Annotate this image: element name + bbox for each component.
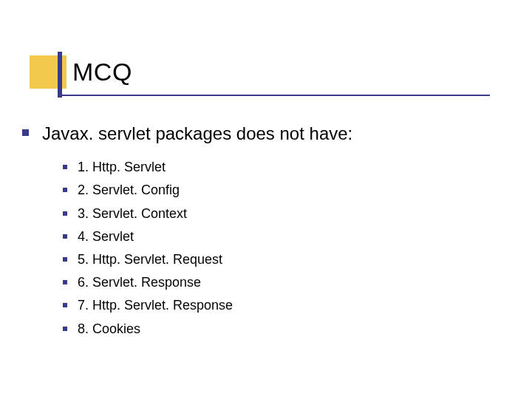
bullet-icon <box>63 257 67 262</box>
bullet-icon <box>63 327 67 331</box>
slide-header: MCQ <box>0 0 532 96</box>
slide-content: Javax. servlet packages does not have: 1… <box>22 122 352 343</box>
option-text: 7. Http. Servlet. Response <box>78 296 233 315</box>
option-text: 3. Servlet. Context <box>78 205 187 223</box>
list-item: 7. Http. Servlet. Response <box>63 296 352 315</box>
list-item: 2. Servlet. Config <box>63 181 352 200</box>
option-text: 6. Servlet. Response <box>78 273 201 292</box>
list-item: 4. Servlet <box>63 228 352 246</box>
bullet-icon <box>63 234 67 239</box>
decorative-purple-bar <box>58 52 62 98</box>
option-text: 5. Http. Servlet. Request <box>78 250 222 269</box>
option-text: 1. Http. Servlet <box>78 158 166 177</box>
list-item: 8. Cookies <box>63 320 352 338</box>
bullet-icon <box>63 165 67 169</box>
slide-title: MCQ <box>72 58 132 86</box>
list-item: 6. Servlet. Response <box>63 273 352 292</box>
option-text: 2. Servlet. Config <box>78 181 180 200</box>
title-underline <box>58 95 490 96</box>
options-list: 1. Http. Servlet 2. Servlet. Config 3. S… <box>63 158 352 338</box>
bullet-icon <box>63 303 67 307</box>
list-item: 1. Http. Servlet <box>63 158 352 177</box>
question-row: Javax. servlet packages does not have: <box>22 122 352 145</box>
list-item: 5. Http. Servlet. Request <box>63 250 352 269</box>
bullet-icon <box>63 188 67 192</box>
bullet-icon <box>63 280 67 284</box>
bullet-icon <box>63 211 67 216</box>
bullet-icon <box>22 129 29 136</box>
list-item: 3. Servlet. Context <box>63 205 352 223</box>
option-text: 8. Cookies <box>78 320 140 338</box>
question-text: Javax. servlet packages does not have: <box>42 122 352 145</box>
option-text: 4. Servlet <box>78 228 134 246</box>
